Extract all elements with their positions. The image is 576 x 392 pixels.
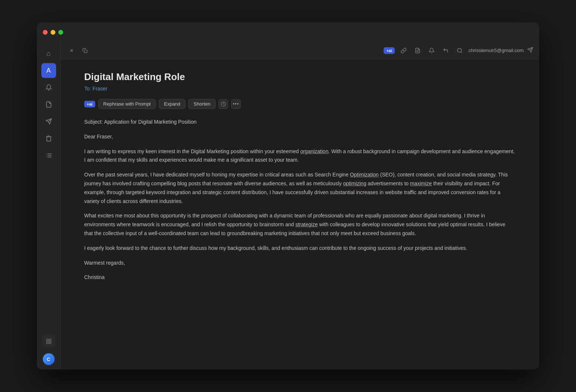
sidebar: ⌂ A [37,42,61,369]
notification-bell-icon[interactable] [426,45,437,56]
toolbar-left [66,45,90,56]
expand-button[interactable]: Expand [159,99,185,109]
rephrase-label: Rephrase with Prompt [103,101,151,107]
send-email-icon[interactable] [527,47,533,54]
email-body: Subject: Application for Digital Marketi… [84,118,515,282]
svg-rect-14 [84,50,87,53]
email-signature: Christina [84,273,515,282]
document-icon[interactable] [41,97,56,112]
title-bar [37,23,539,42]
ai-icon[interactable]: A [41,63,56,78]
app-body: ⌂ A [37,42,539,369]
svg-rect-11 [47,342,48,344]
email-subject: Subject: Application for Digital Marketi… [84,118,515,127]
email-paragraph-1: I am writing to express my keen interest… [84,147,515,165]
rephrase-button[interactable]: Rephrase with Prompt [98,99,156,109]
shorten-label: Shorten [193,101,210,107]
app-window: ⌂ A [37,23,539,369]
ai-toolbar-badge[interactable]: +ai [384,47,395,54]
email-to: To: Fraser [84,86,515,92]
account-icon[interactable] [455,45,465,56]
toolbar: +ai [61,42,539,59]
email-address[interactable]: chrissiemuir5@gmail.com [469,48,524,53]
home-icon[interactable]: ⌂ [41,46,56,61]
close-tab-button[interactable] [66,45,77,56]
close-button[interactable] [43,30,48,35]
bell-icon[interactable] [41,80,56,95]
email-closing: Warmest regards, [84,259,515,268]
history-icon[interactable] [219,99,228,109]
email-paragraph-2: Over the past several years, I have dedi… [84,171,515,206]
link-icon[interactable] [398,45,409,56]
traffic-lights [43,30,63,35]
notes-icon[interactable] [412,45,423,56]
to-label: To: [84,86,91,92]
recipient-name[interactable]: Fraser [93,86,107,92]
organization-word: organization [300,148,328,154]
optimization-word: Optimization [350,172,379,178]
more-options-icon[interactable]: ••• [231,99,241,109]
email-area: Digital Marketing Role To: Fraser +ai Re… [61,59,539,369]
avatar[interactable]: C [43,353,55,365]
compose-icon[interactable] [41,114,56,129]
svg-rect-9 [49,339,51,341]
minimize-button[interactable] [51,30,55,35]
svg-rect-8 [47,339,48,341]
grid-icon[interactable] [42,335,55,348]
list-icon[interactable] [41,148,56,163]
maximize-button[interactable] [58,30,63,35]
optimizing-word: optimizing [343,180,366,186]
main-content: +ai [61,42,539,369]
shorten-button[interactable]: Shorten [188,99,216,109]
trash-icon[interactable] [41,131,56,146]
toolbar-right: +ai [384,45,533,56]
svg-point-17 [457,48,462,52]
svg-rect-10 [49,342,51,344]
maximize-word: maximize [410,180,432,186]
ai-toolbar-badge[interactable]: +ai [84,101,95,107]
email-paragraph-4: I eagerly look forward to the chance to … [84,244,515,253]
email-greeting: Dear Fraser, [84,133,515,141]
strategize-word: strategize [295,221,318,227]
copy-tab-button[interactable] [80,45,90,56]
ai-toolbar: +ai Rephrase with Prompt Expand Shorten [84,99,515,109]
email-title: Digital Marketing Role [84,71,515,83]
email-paragraph-3: What excites me most about this opportun… [84,212,515,238]
svg-line-18 [461,52,462,53]
expand-label: Expand [164,101,180,107]
reply-icon[interactable] [440,45,451,56]
